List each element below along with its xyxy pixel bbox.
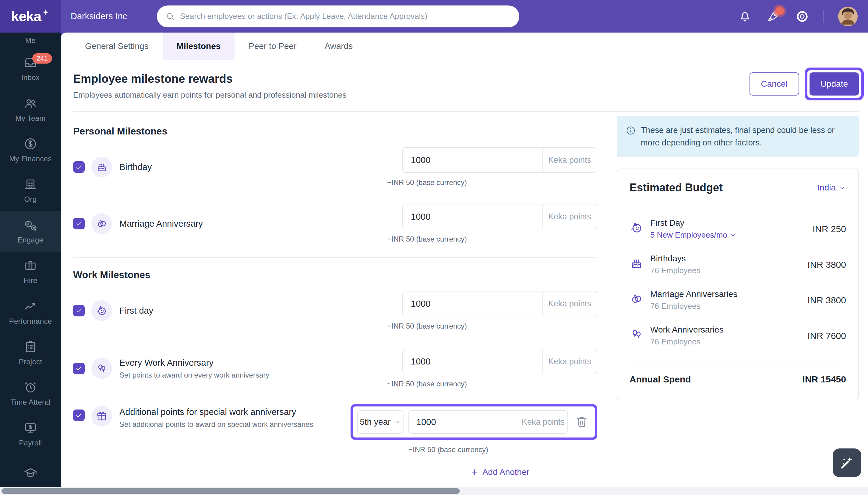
annual-spend-value: INR 15450 <box>803 374 846 385</box>
balloons-icon <box>629 327 643 341</box>
budget-row-label: Marriage Anniversaries <box>650 289 737 299</box>
new-employees-dropdown[interactable]: 5 New Employees/mo <box>650 230 736 240</box>
sidebar-item-my-team[interactable]: My Team <box>0 89 61 130</box>
main-content: General Settings Milestones Peer to Peer… <box>61 33 868 495</box>
tab-peer-to-peer[interactable]: Peer to Peer <box>234 33 310 60</box>
page-title: Employee milestone rewards <box>73 72 346 85</box>
global-search-input[interactable]: Search employees or actions (Ex: Apply L… <box>157 5 519 28</box>
sidebar-item-hire[interactable]: Hire <box>0 252 61 292</box>
marriage-points-input: Keka points <box>402 204 597 229</box>
work-anniversary-points-input: Keka points <box>402 349 597 374</box>
birthday-points-input: Keka points <box>402 147 597 173</box>
page-subtitle: Employees automatically earn points for … <box>73 90 346 100</box>
settings-tabs: General Settings Milestones Peer to Peer… <box>71 33 367 60</box>
engage-chat-icon <box>23 218 37 232</box>
party-face-icon <box>92 300 112 321</box>
update-button[interactable]: Update <box>809 72 859 96</box>
milestone-row-work-anniversary: Every Work Anniversary Set points to awa… <box>73 349 597 388</box>
personal-milestones-heading: Personal Milestones <box>73 126 597 137</box>
milestone-sublabel: Set additional points to award on specia… <box>119 420 350 429</box>
chevron-down-icon <box>394 418 401 426</box>
marriage-checkbox[interactable] <box>73 218 85 229</box>
sidebar-item-payroll[interactable]: Payroll <box>0 414 61 454</box>
section-divider <box>73 257 597 258</box>
year-select-dropdown[interactable]: 5th year <box>357 410 404 434</box>
marriage-points-value[interactable] <box>403 204 542 229</box>
special-anniversary-checkbox[interactable] <box>73 410 85 421</box>
inbox-count-badge: 241 <box>32 53 52 64</box>
work-anniversary-checkbox[interactable] <box>73 363 85 374</box>
marriage-rings-icon <box>92 213 112 234</box>
topbar-divider <box>823 10 824 23</box>
milestone-row-marriage: Marriage Anniversary Keka points ~INR 50… <box>73 204 597 243</box>
delete-trash-icon[interactable] <box>575 415 589 429</box>
budget-title: Estimated Budget <box>629 181 723 194</box>
birthday-cake-icon <box>92 157 112 177</box>
region-dropdown[interactable]: India <box>817 183 846 192</box>
sidebar-item-engage[interactable]: Engage <box>0 211 61 251</box>
sidebar-item-performance[interactable]: Performance <box>0 292 61 332</box>
sidebar-item-project[interactable]: Project <box>0 332 61 373</box>
user-avatar[interactable] <box>838 7 858 26</box>
balloons-icon <box>92 358 112 379</box>
currency-hint: ~INR 50 (base currency) <box>408 445 597 454</box>
scrollbar-thumb[interactable] <box>1 488 460 494</box>
budget-row-marriage: Marriage Anniversaries 76 Employees INR … <box>629 289 846 311</box>
budget-row-label: First Day <box>650 218 736 228</box>
chevron-down-icon <box>838 184 846 192</box>
keka-points-unit: Keka points <box>542 349 596 374</box>
budget-row-work-anniversaries: Work Anniversaries 76 Employees INR 7600 <box>629 325 846 346</box>
ai-assistant-wand-button[interactable] <box>833 448 861 477</box>
first-day-points-value[interactable] <box>403 291 542 316</box>
year-select-value: 5th year <box>360 417 391 427</box>
budget-row-first-day: First Day 5 New Employees/mo INR 250 <box>629 218 846 240</box>
chevron-down-icon <box>730 232 736 239</box>
cancel-button[interactable]: Cancel <box>750 72 799 96</box>
sidebar-item-time-attend[interactable]: Time Attend <box>0 373 61 414</box>
sidebar-item-me[interactable]: Me <box>0 33 61 48</box>
banner-text: These are just estimates, final spend co… <box>641 124 850 149</box>
milestone-label: Additional points for special work anniv… <box>119 407 350 417</box>
currency-hint: ~INR 50 (base currency) <box>387 235 597 243</box>
time-attend-clock-icon <box>23 380 37 394</box>
keka-points-unit: Keka points <box>542 204 596 229</box>
first-day-checkbox[interactable] <box>73 305 85 317</box>
budget-row-sub: 76 Employees <box>650 302 737 311</box>
region-value: India <box>817 183 836 192</box>
budget-row-value: INR 3800 <box>807 259 846 270</box>
horizontal-scrollbar[interactable] <box>0 487 868 495</box>
add-another-button[interactable]: Add Another <box>402 467 597 477</box>
budget-row-sub: 76 Employees <box>650 337 724 346</box>
milestone-row-special-anniversary: Additional points for special work anniv… <box>73 404 597 454</box>
birthday-checkbox[interactable] <box>73 161 85 173</box>
first-day-points-input: Keka points <box>402 291 597 317</box>
keka-logo[interactable]: keka <box>0 0 61 33</box>
whats-new-rocket-icon[interactable] <box>766 9 781 24</box>
annual-spend-row: Annual Spend INR 15450 <box>629 374 846 385</box>
tab-milestones[interactable]: Milestones <box>163 33 235 60</box>
milestone-label: Every Work Anniversary <box>119 358 402 368</box>
birthday-points-value[interactable] <box>403 148 542 172</box>
milestone-label: First day <box>119 306 402 316</box>
org-building-icon <box>23 177 37 191</box>
keka-points-unit: Keka points <box>542 148 596 172</box>
plus-icon <box>470 468 479 476</box>
sidebar-item-inbox[interactable]: Inbox 241 <box>0 48 61 89</box>
settings-gear-icon[interactable] <box>795 9 809 24</box>
estimate-info-banner: These are just estimates, final spend co… <box>617 116 859 157</box>
estimated-budget-card: Estimated Budget India First Day 5 New E <box>617 169 859 400</box>
birthday-cake-icon <box>629 256 643 270</box>
company-name: Darksiders Inc <box>71 11 142 21</box>
work-anniversary-points-value[interactable] <box>403 349 542 374</box>
budget-row-value: INR 250 <box>813 224 846 234</box>
keka-spark-icon <box>42 8 50 16</box>
notifications-bell-icon[interactable] <box>738 9 752 24</box>
sidebar-item-org[interactable]: Org <box>0 170 61 211</box>
sidebar-item-my-finances[interactable]: My Finances <box>0 130 61 170</box>
tab-awards[interactable]: Awards <box>310 33 367 60</box>
milestone-row-birthday: Birthday Keka points ~INR 50 (base curre… <box>73 147 597 187</box>
search-placeholder: Search employees or actions (Ex: Apply L… <box>180 12 427 21</box>
tab-general-settings[interactable]: General Settings <box>71 33 163 60</box>
special-points-value[interactable] <box>409 411 519 433</box>
search-icon <box>165 12 175 21</box>
